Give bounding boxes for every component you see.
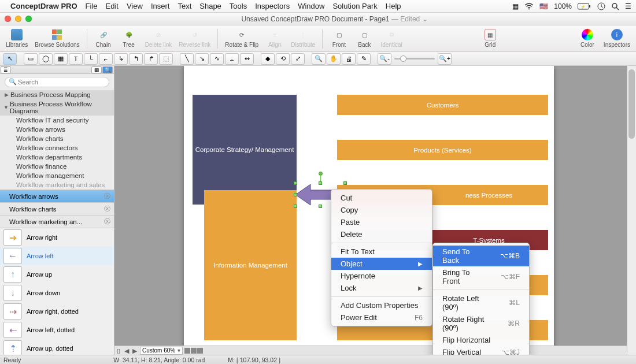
sub-send-to-back[interactable]: Send To Back⌥⌘B xyxy=(433,246,529,266)
menu-window[interactable]: Window xyxy=(298,2,324,10)
connector-tool-4[interactable]: ↰ xyxy=(129,53,143,65)
tree-sub-5[interactable]: Workflow finance xyxy=(0,162,114,171)
sub-flip-horizontal[interactable]: Flip Horizontal xyxy=(433,334,529,346)
tree-sub-0[interactable]: Workflow IT and security xyxy=(0,116,114,125)
connector-tool-3[interactable]: ↳ xyxy=(114,53,128,65)
tab-close-icon[interactable]: ⓧ xyxy=(104,205,110,213)
scroll-thumb-icon[interactable]: ▯ xyxy=(114,347,123,354)
rect-tool[interactable]: ▭ xyxy=(24,53,38,65)
tree-sub-3[interactable]: Workflow connectors xyxy=(0,143,114,153)
pen-tool[interactable]: ✎ xyxy=(357,53,371,65)
ctx-fit-to-text[interactable]: Fit To Text xyxy=(331,246,432,258)
polyline-tool[interactable]: ⫠ xyxy=(225,53,239,65)
ctx-paste[interactable]: Paste xyxy=(331,216,432,228)
page-tab-3[interactable] xyxy=(197,348,203,354)
block-corporate-strategy[interactable]: Corporate Strategy/ Management xyxy=(193,95,297,205)
shape-arrow-up-dotted[interactable]: ⇡Arrow up, dotted xyxy=(0,339,114,355)
wifi-icon[interactable] xyxy=(524,3,534,10)
chain-button[interactable]: 🔗Chain xyxy=(92,27,115,51)
line-tool[interactable]: ╲ xyxy=(180,53,194,65)
battery-icon[interactable]: ⚡ xyxy=(578,3,591,10)
app-name[interactable]: ConceptDraw PRO xyxy=(10,2,77,10)
close-button[interactable] xyxy=(5,16,11,22)
menu-edit[interactable]: Edit xyxy=(106,2,119,10)
browse-solutions-button[interactable]: Browse Solutions xyxy=(32,27,82,51)
vscroll-bar[interactable] xyxy=(627,66,636,355)
title-dropdown-icon[interactable]: ⌄ xyxy=(422,15,428,23)
ellipse-tool[interactable]: ◯ xyxy=(39,53,53,65)
ctx-copy[interactable]: Copy xyxy=(331,204,432,216)
pointer-tool[interactable]: ↖ xyxy=(3,53,17,65)
tree-item-bpwd[interactable]: ▼Business Process Workflow Diagrams xyxy=(0,99,114,116)
connector-tool-1[interactable]: └ xyxy=(84,53,98,65)
block-info-management[interactable]: Information Management xyxy=(204,190,297,340)
connector-tool-2[interactable]: ⌐ xyxy=(99,53,113,65)
shape-arrow-up[interactable]: ↑Arrow up xyxy=(0,265,114,284)
menu-text[interactable]: Text xyxy=(178,2,191,10)
zoom-in-btn[interactable]: 🔍+ xyxy=(438,53,452,65)
thumbnails-btn[interactable]: ▦ xyxy=(91,66,102,73)
sub-bring-to-front[interactable]: Bring To Front⌥⌘F xyxy=(433,266,529,287)
menu-help[interactable]: Help xyxy=(386,2,401,10)
flag-icon[interactable]: 🇺🇸 xyxy=(539,2,548,10)
arrow-tool[interactable]: ↘ xyxy=(195,53,209,65)
menu-solutionpark[interactable]: Solution Park xyxy=(332,2,377,10)
ctx-delete[interactable]: Delete xyxy=(331,228,432,240)
spline-tool[interactable]: ↭ xyxy=(240,53,254,65)
tab-close-icon[interactable]: ⓧ xyxy=(104,192,110,200)
shape-arrow-down[interactable]: ↓Arrow down xyxy=(0,284,114,302)
scroll-next-icon[interactable]: ▶ xyxy=(131,347,139,354)
search-toggle-btn[interactable]: 🔍 xyxy=(102,66,113,73)
tree-item-bpm[interactable]: ▶Business Process Mapping xyxy=(0,90,114,99)
tree-sub-6[interactable]: Workflow management xyxy=(0,171,114,180)
shape-arrow-left[interactable]: ←Arrow left xyxy=(0,247,114,265)
rotate-flip-button[interactable]: ⟳Rotate & Flip xyxy=(223,27,261,51)
ctx-add-custom-properties[interactable]: Add Custom Properties xyxy=(331,299,432,311)
back-button[interactable]: ▢Back xyxy=(353,27,376,51)
menu-insert[interactable]: Insert xyxy=(151,2,170,10)
print-tool[interactable]: 🖨 xyxy=(342,53,356,65)
tree-button[interactable]: 🌳Tree xyxy=(117,27,140,51)
inspectors-button[interactable]: iInspectors xyxy=(601,27,633,51)
resize-handle[interactable] xyxy=(294,181,297,185)
rotate-tool[interactable]: ⟲ xyxy=(276,53,290,65)
menu-tools[interactable]: Tools xyxy=(230,2,247,10)
ctx-cut[interactable]: Cut xyxy=(331,192,432,204)
menu-file[interactable]: File xyxy=(86,2,98,10)
grid-tool[interactable]: ▦ xyxy=(54,53,68,65)
tab-close-icon[interactable]: ⓧ xyxy=(104,217,110,226)
zoom-slider[interactable] xyxy=(394,58,435,60)
ctx-power-edit[interactable]: Power EditF6 xyxy=(331,311,432,324)
menu-inspectors[interactable]: Inspectors xyxy=(255,2,290,10)
sub-rotate-right[interactable]: Rotate Right (90º)⌘R xyxy=(433,313,529,334)
scroll-prev-icon[interactable]: ◀ xyxy=(123,347,131,354)
tree-sub-7[interactable]: Workflow marketing and sales xyxy=(0,180,114,190)
tab-workflow-marketing[interactable]: Workflow marketing an...ⓧ xyxy=(0,215,114,228)
notifications-icon[interactable]: ☰ xyxy=(625,2,631,10)
shape-arrow-left-dotted[interactable]: ⇠Arrow left, dotted xyxy=(0,321,114,339)
crop-tool[interactable]: ⬚ xyxy=(159,53,173,65)
page-tab-1[interactable] xyxy=(184,348,190,354)
resize-handle[interactable] xyxy=(294,205,297,208)
sidebar-top-btn-1[interactable]: ≣ xyxy=(1,66,11,73)
ctx-hypernote[interactable]: Hypernote xyxy=(331,270,432,282)
block-customers[interactable]: Customers xyxy=(337,95,548,115)
block-products[interactable]: Products (Services) xyxy=(337,140,548,160)
tree-sub-4[interactable]: Workflow departments xyxy=(0,153,114,162)
minimize-button[interactable] xyxy=(15,16,21,22)
tab-workflow-arrows[interactable]: Workflow arrowsⓧ xyxy=(0,190,114,202)
resize-handle[interactable] xyxy=(294,193,297,196)
tree-sub-2[interactable]: Workflow charts xyxy=(0,134,114,143)
menu-shape[interactable]: Shape xyxy=(199,2,221,10)
zoom-out-btn[interactable]: 🔍- xyxy=(378,53,391,65)
tree-sub-1[interactable]: Workflow arrows xyxy=(0,125,114,134)
scale-tool[interactable]: ⤢ xyxy=(291,53,305,65)
hscroll-bar[interactable]: ▯ ◀ ▶ Custom 60%▾ xyxy=(114,346,627,355)
front-button[interactable]: ▢Front xyxy=(327,27,350,51)
resize-handle[interactable] xyxy=(343,181,347,185)
ctx-lock[interactable]: Lock▶ xyxy=(331,282,432,294)
ctx-object[interactable]: Object▶ xyxy=(331,258,432,270)
color-button[interactable]: Color xyxy=(576,27,599,51)
vscroll-thumb[interactable] xyxy=(628,69,635,139)
edit-nodes-tool[interactable]: ◆ xyxy=(261,53,275,65)
